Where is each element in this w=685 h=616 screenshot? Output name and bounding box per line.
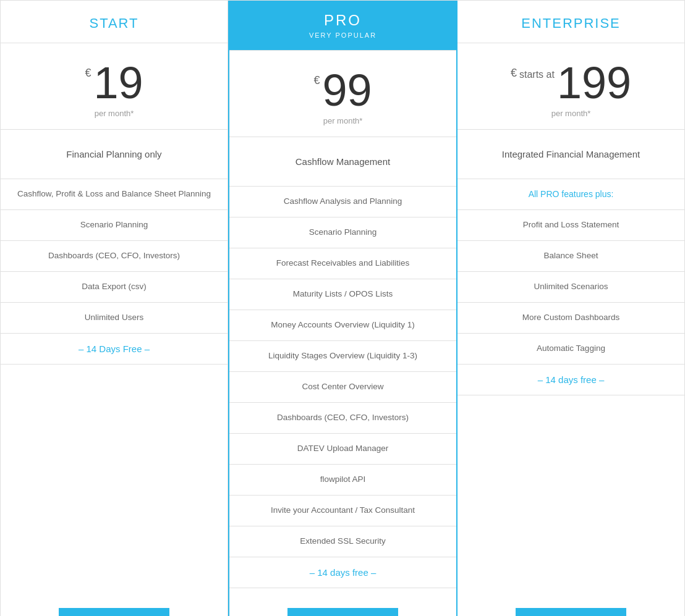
plan-pro-tagline: VERY POPULAR — [239, 32, 446, 39]
plan-enterprise-feature-3: Unlimited Scenarios — [457, 272, 684, 303]
plan-enterprise-name: ENTERPRISE — [467, 15, 674, 32]
plan-enterprise-currency: € — [511, 67, 517, 80]
plan-pro-currency: € — [313, 74, 320, 87]
plan-start-free-trial: – 14 Days Free – — [1, 334, 228, 365]
plan-enterprise-description: Integrated Financial Management — [457, 130, 684, 179]
plan-pro-price-section: € 99 per month* — [229, 51, 456, 137]
plan-pro-free-trial: – 14 days free – — [229, 557, 456, 588]
plan-pro-feature-2: Scenario Planning — [229, 217, 456, 248]
plan-pro-header: PRO VERY POPULAR — [229, 1, 456, 51]
plan-enterprise-price-section: € starts at 199 per month* — [457, 43, 684, 130]
plan-pro-price: 99 — [322, 68, 372, 112]
plan-start-feature-2: Scenario Planning — [1, 210, 228, 241]
plan-pro-cta-section: Try for free — [229, 588, 456, 616]
plan-pro-feature-5: Money Accounts Overview (Liquidity 1) — [229, 310, 456, 341]
plan-pro-feature-4: Maturity Lists / OPOS Lists — [229, 279, 456, 310]
plan-start-feature-1: Cashflow, Profit & Loss and Balance Shee… — [1, 179, 228, 210]
plan-pro-feature-11: Invite your Accountant / Tax Consultant — [229, 496, 456, 526]
plan-enterprise-per-month: per month* — [467, 109, 674, 118]
plan-start-feature-4: Data Export (csv) — [1, 272, 228, 303]
plan-enterprise-feature-4: More Custom Dashboards — [457, 303, 684, 334]
plan-start-per-month: per month* — [11, 109, 218, 118]
plan-pro-feature-10: flowpilot API — [229, 465, 456, 496]
plan-enterprise-free-trial: – 14 days free – — [457, 365, 684, 395]
plan-pro-cta-button[interactable]: Try for free — [287, 608, 399, 616]
plan-enterprise-cta-section: Try for free — [457, 588, 684, 616]
plan-pro-price-line: € 99 — [239, 68, 446, 112]
plan-enterprise-spacer — [457, 395, 684, 588]
plan-enterprise-starts-at: starts at — [519, 69, 555, 80]
plan-pro-feature-1: Cashflow Analysis and Planning — [229, 187, 456, 217]
plan-pro: PRO VERY POPULAR € 99 per month* Cashflo… — [228, 1, 457, 616]
plan-enterprise-feature-5: Automatic Tagging — [457, 334, 684, 365]
plan-pro-per-month: per month* — [239, 116, 446, 125]
plan-start-feature-5: Unlimited Users — [1, 303, 228, 334]
plan-pro-description: Cashflow Management — [229, 137, 456, 187]
plan-enterprise-highlight: All PRO features plus: — [457, 179, 684, 210]
plan-start-price-section: € 19 per month* — [1, 43, 228, 130]
plan-start-cta-section: Try for free — [1, 588, 228, 616]
plan-start-price-line: € 19 — [11, 61, 218, 105]
plan-start-header: START — [1, 1, 228, 43]
plan-start-cta-button[interactable]: Try for free — [59, 608, 170, 616]
plan-enterprise-price: 199 — [557, 61, 631, 105]
plan-enterprise-feature-1: Profit and Loss Statement — [457, 210, 684, 241]
plan-pro-feature-6: Liquidity Stages Overview (Liquidity 1-3… — [229, 341, 456, 372]
plan-start-description: Financial Planning only — [1, 130, 228, 179]
plan-enterprise-price-line: € starts at 199 — [467, 61, 674, 105]
pricing-table: START € 19 per month* Financial Planning… — [0, 0, 685, 616]
plan-pro-feature-8: Dashboards (CEO, CFO, Investors) — [229, 403, 456, 434]
plan-start-spacer — [1, 365, 228, 588]
plan-pro-feature-12: Extended SSL Security — [229, 526, 456, 557]
plan-start-feature-3: Dashboards (CEO, CFO, Investors) — [1, 241, 228, 272]
plan-pro-feature-9: DATEV Upload Manager — [229, 434, 456, 465]
plan-enterprise-header: ENTERPRISE — [457, 1, 684, 43]
plan-start: START € 19 per month* Financial Planning… — [1, 1, 228, 616]
plan-enterprise: ENTERPRISE € starts at 199 per month* In… — [457, 1, 684, 616]
plan-enterprise-cta-button[interactable]: Try for free — [516, 608, 627, 616]
plan-pro-name: PRO — [239, 12, 446, 29]
plan-enterprise-feature-2: Balance Sheet — [457, 241, 684, 272]
plan-pro-feature-3: Forecast Receivables and Liabilities — [229, 248, 456, 279]
plan-pro-feature-7: Cost Center Overview — [229, 372, 456, 403]
plan-start-price: 19 — [93, 61, 143, 105]
plan-start-name: START — [11, 15, 218, 32]
plan-start-currency: € — [85, 67, 91, 80]
